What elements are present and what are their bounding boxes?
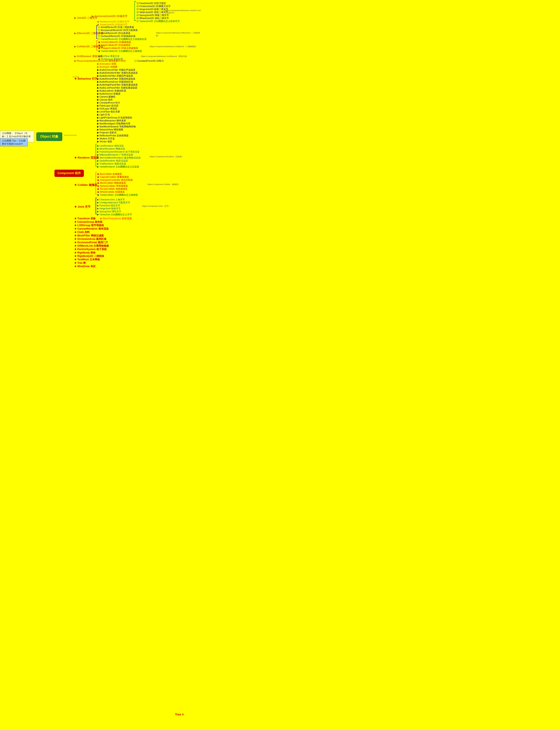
center-object-node[interactable]: Object 对象 [36,132,62,141]
wheelcollider-item: ◉ WheelCollider 轮碰撞器 [97,190,125,194]
canvasgroup-item: ★ CanvasGroup 画布组 [74,220,102,224]
yanlacollider-item: ◉ YanlaCollider 立钻圈圈自定义碰撞器 [97,193,138,197]
fixedjoint-item: ▶ FixedJoint 固定关节 [97,204,120,207]
recttransform-item: ▶ RectTransform 矩形变换 [100,217,132,220]
wheeljoint2d-item: ☑ WheelJoint2D 滚轮二维关节 [137,17,169,20]
component-node[interactable]: Component 组件 [54,170,84,177]
characterjoint-item: ▶ CharacterJoint 人物关节 [97,198,125,201]
joint2d-annotation: Object.Component.Behaviour.Joint2D.Ancho… [164,9,201,14]
meshcollider-item: ◉ MeshCollider 网格碰撞器 [97,181,126,185]
flarelayer-item: ▶ FlareLayer 眩光层 [97,104,118,107]
monobehaviour-item: ▶ MonoBehaviour 脚本基类 [97,119,126,122]
hingejoint2d-item: ☑ HingeJoint2D 铰接二维关节 [137,8,168,11]
effector2d-bracket [96,25,98,39]
navmeshagent-item: ▶ NavMeshAgent 导航网格代理 [97,122,130,125]
tree-item: ★ Tree 树 [74,261,86,265]
yanlajoint2d-item: ☑ YanlaJoint2D 立钻圈圈自定义延伸关节 [137,20,180,23]
skybox-item: ▶ Skybox 天空盒 [97,137,115,140]
relativejoint2d-item: ◉ RelativeJoint2D 2D相对关节 [97,20,129,23]
springjoint-item: ▶ SpringJoint 弹性关节 [97,210,121,213]
surfaceeffector2d-item: ☐ SurfaceEffector2D 2D表面效应器 [98,35,136,38]
mind-map: 立钻圈圈：【Object（对象）】是Unity所有对象的基类… 立钻圈圈 Tip… [0,0,201,730]
areaeffector2d-item: ☐ AreaEffector2D 区域二维效果器 [98,26,134,29]
canvasrenderer-item: ★ CanvasRenderer 画布渲染 [74,227,109,231]
effector2d-annotation: Object.Component.Behaviour.Effector2D（二维… [156,32,201,37]
animator-item: ▶ Animator 动画器 [97,65,117,68]
sliderjoint2d-item: ☑ SliderJoint2D 滑块二维关节 [137,11,168,14]
joint-annotation: Object.Component.Joint（关节） [142,205,170,208]
spriterenderer-item: ▶ SpriteRenderer 精灵渲染器 [97,159,128,162]
projector-item: ▶ Projector 投影仪 [97,131,117,134]
collider-bracket [96,172,97,195]
audioreverbzone-item: ▶ AudioReverbZone 音频混响区域 [97,80,133,83]
yanlacollider2d-item: ◉ YanlaCollider2D 立钻圈圈自定义碰撞器 [98,50,142,53]
textmesh-item: ★ TextMesh 文本网格 [74,258,100,261]
networkview-item: ▶ NetworkView 网络视图 [97,128,123,131]
occlusionportal-item: ★ OcclusionPortal 遮挡门户 [74,241,108,244]
lodgroup-item: ★ LODGroup 细节等级组 [74,224,104,227]
yanlarenderer-item: ▶ YanlaRenderer 立钻圈圈自定义渲染器 [97,165,139,168]
renderer-bracket [96,144,97,166]
meshfilter-item: ★ MeshFilter 网格过滤器 [74,234,104,238]
renderer-label: ★ Renderer 渲染器 [74,156,99,160]
component-to-behaviour-line [73,77,79,77]
audiolistener-item: ▶ AudioListener 音频侦听器 [97,89,126,92]
skinnedmeshrenderer-item: ▶ SkinnedMeshRenderer 蒙皮网格渲染器 [97,156,141,159]
spherecollider-item: ◉ SphereCollider 球体碰撞器 [97,184,128,188]
audiodistortionfilter-item: ▶ AudioDistortionFilter 音频失真滤波器 [97,71,138,74]
audiochorusfilter-item: ▶ AudioChorusFilter 音频合声滤波器 [97,68,135,71]
trailrenderer-item: ▶ TrailRenderer 拖尾渲染器 [97,162,126,165]
collider-label: ★ Collider 碰撞器 [74,183,97,187]
offmeshlink-item: ★ OffMeshLink 分离网格链接 [74,244,109,248]
buoyancyeffector2d-item: ☐ BuoyancyEffector2D 2D浮力效果器 [98,29,138,32]
lightprobegroup-item: ▶ LightProbeGroup 灯光探测器组 [97,116,132,119]
guitext-item: ◉ GUIText 界面文本 [98,55,120,58]
audiolowpassfilter-item: ▶ AudioLowPassFilter 音频低通滤波器 [97,86,137,89]
particlesystemrenderer-item: ▶ ParticleSystemRenderer 粒子系统渲染 [97,150,140,153]
audioechofilter-item: ▶ AudioEchoFilter 音频回声滤波器 [97,74,133,77]
behaviour-label: ★ Behaviour 行为 [74,77,98,81]
guielement-annotation: Object.Component.Behaviour.GUIElement（界面… [141,55,188,58]
rigidbody2d-item: ★ Rigidbody2D 二维刚体 [74,254,104,258]
constantforce2d-item: ☐ ConstantForce2D 2D恒力 [134,59,164,63]
edgecollider2d-item: ◉ EdgeCollider2D 2D边碰撞器 [98,44,130,47]
collider-annotation: Object.Component.Collider（碰撞器） [147,183,180,186]
boxcollider-item: ◉ BoxCollider 盒碰撞器 [97,172,122,176]
tree-label: Tree # [175,713,184,716]
rigidbody-item: ★ Rigidbody 刚体 [74,251,96,255]
lensflare-item: ▶ LensFlare 镜头光晕 [97,110,120,113]
polygoncollider2d-item: ◉ PolygonCollider2D 2D多边形碰撞器 [98,47,138,50]
light-item: ▶ Light 灯光 [97,113,110,116]
tooltip-tips: 立钻圈圈 Tips：立钻圈圈常常翻新UnityAPI [0,138,28,146]
animation-item: ▶ Animation 动画 [97,62,116,66]
capsulecollider-item: ◉ CapsuleCollider 胶囊碰撞器 [97,175,129,179]
audioreverbfilter-item: ▶ AudioReverbFilter 音频混响滤波器 [97,77,135,80]
center-to-component-line [64,135,77,135]
circlecollider2d-item: ◉ CircleCollider2D 2D圆碰撞器 [98,41,131,44]
meshrenderer-item: ▶ MeshRenderer 网格渲染 [97,147,125,150]
frictionjoint2d-item: ☑ FrictionJoint2D 2D摩擦力关节 [137,5,171,8]
joint-label: ★ Joint 关节 [74,205,90,209]
terraincollider-item: ◉ TerrainCollider 地形碰撞器 [97,187,127,191]
constantforce-item: ▶ ConstantForce 恒力 [97,101,120,104]
audiohighpassfilter-item: ▶ AudioHighPassFilter 音频高通滤波器 [97,83,138,86]
terrain-item: ▶ Terrain 地形 [97,140,112,143]
pointeffector2d-item: ☐ PointEffector2D 2D点效果器 [98,32,130,35]
configurablejoint-item: ▶ ConfigurableJoint 可配置关节 [97,201,130,204]
joint-bracket [96,198,97,214]
reflectionprobe-item: ▶ ReflectionProbe 反射探测器 [97,134,128,137]
linerenderer-item: ▶ LineRenderer 线性渲染 [97,144,124,147]
guilayer-item: ▶ GUILayer 界面层 [97,107,117,110]
billboardrenderer-item: ▶ BillboardRenderer 广告牌渲染器 [97,153,133,156]
transform-item: ★ Transform 变换 [74,217,96,220]
physicsupdate-item: ▶ PhysicsUpdateBehaviour2D 物理更新行为2D [74,59,126,63]
hingejoint-item: ▶ HingeJoint 铰链关节 [97,207,121,210]
springjoint2d-item: ☑ SpringJoint2D 弹簧二维关节 [137,14,169,17]
renderer-annotation: Object.Component.Renderer（渲染器） [149,155,184,158]
cloth-item: ★ Cloth 布料 [74,230,90,234]
collider2d-annotation: Object.Component.Behaviour.Collider2D（二维… [149,45,197,48]
particlesystem-item: ★ ParticleSystem 粒子系统 [74,248,107,251]
yanlaeffector2d-item: ☐ YanlaEffector2D 立钻圈圈自定义表面效应器 [98,38,147,41]
audiosource-item: ▶ AudioSource 音频源 [97,92,121,95]
navmeshobstacle-item: ▶ NavMeshObstacle 导航网格障碍物 [97,125,136,128]
